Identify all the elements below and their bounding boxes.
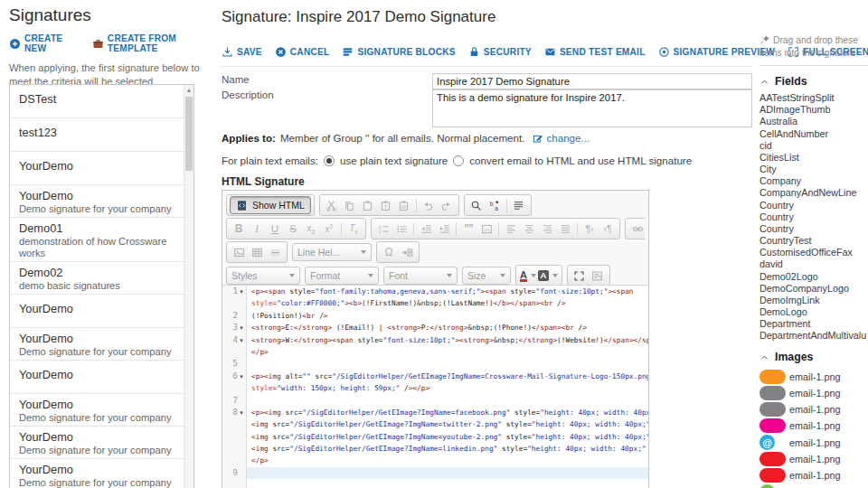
align-left-button[interactable] bbox=[502, 221, 520, 237]
field-item[interactable]: CellAndNumber bbox=[760, 128, 868, 140]
undo-button[interactable] bbox=[420, 197, 438, 213]
scroll-up-arrow[interactable]: ▲ bbox=[184, 85, 193, 96]
signatures-scrollbar[interactable]: ▲ bbox=[184, 85, 193, 488]
field-item[interactable]: Country bbox=[760, 223, 868, 235]
subscript-button[interactable]: x2 bbox=[302, 221, 320, 237]
select-all-button[interactable] bbox=[510, 197, 528, 213]
name-input[interactable] bbox=[432, 73, 752, 89]
dir-ltr-button[interactable]: ¶› bbox=[580, 221, 599, 237]
bg-color-button[interactable]: A bbox=[537, 267, 559, 284]
align-center-button[interactable] bbox=[520, 221, 538, 237]
paste-button[interactable] bbox=[359, 197, 377, 213]
signature-list-item[interactable]: YourDemo bbox=[10, 361, 184, 394]
signature-list-item[interactable]: Demo02demo basic signatures bbox=[10, 262, 184, 295]
dir-rtl-button[interactable]: ‹¶ bbox=[599, 221, 617, 237]
signature-list-item[interactable]: YourDemoDemo signature for your company bbox=[10, 394, 184, 427]
bulleted-list-button[interactable] bbox=[392, 221, 410, 237]
strike-button[interactable]: S bbox=[284, 221, 302, 237]
code-line[interactable]: 2(!Position!)<br /> bbox=[222, 310, 648, 322]
collapse-images-button[interactable] bbox=[760, 352, 769, 362]
field-item[interactable]: DemoImgLink bbox=[760, 295, 868, 306]
fields-section-header[interactable]: Fields bbox=[760, 75, 868, 88]
convert-html-radio[interactable] bbox=[453, 155, 464, 166]
code-line[interactable]: style="width: 150px; height: 59px;" /></… bbox=[222, 382, 648, 394]
create-new-button[interactable]: CREATE NEW bbox=[9, 33, 80, 53]
code-line[interactable]: </p> bbox=[222, 455, 648, 466]
change-link[interactable]: change... bbox=[533, 132, 590, 144]
code-fold-icon[interactable]: ▾ bbox=[238, 322, 245, 333]
find-button[interactable] bbox=[467, 197, 486, 213]
scrollbar-thumb[interactable] bbox=[185, 97, 193, 171]
field-item[interactable]: CompanyAndNewLine bbox=[760, 187, 868, 199]
signature-list-item[interactable]: YourDemoDemo signature for your company bbox=[10, 185, 184, 218]
format-dropdown[interactable]: Format bbox=[305, 267, 379, 285]
field-item[interactable]: DemoCompanyLogo bbox=[760, 283, 868, 295]
underline-button[interactable]: U bbox=[266, 221, 284, 237]
code-line[interactable]: <img src="/SigEditorHelper/GetEImage?Img… bbox=[222, 431, 648, 443]
field-item[interactable]: Country bbox=[760, 211, 868, 223]
code-line[interactable]: 5 bbox=[222, 358, 648, 370]
use-plain-text-radio[interactable] bbox=[324, 155, 335, 166]
indent-button[interactable] bbox=[435, 221, 453, 237]
insert-template-button[interactable] bbox=[398, 244, 416, 260]
field-item[interactable]: CustomisedOfficeFax bbox=[760, 247, 868, 258]
field-item[interactable]: Country bbox=[760, 200, 868, 211]
align-right-button[interactable] bbox=[538, 221, 556, 237]
table-button[interactable] bbox=[248, 244, 266, 260]
field-item[interactable]: CitiesList bbox=[760, 152, 868, 164]
images-section-header[interactable]: Images bbox=[760, 351, 868, 363]
blockquote-button[interactable]: ”” bbox=[459, 221, 477, 237]
image-button[interactable] bbox=[230, 244, 248, 260]
link-button[interactable] bbox=[628, 221, 645, 237]
horizontal-rule-button[interactable] bbox=[266, 244, 284, 260]
field-item[interactable]: Company bbox=[760, 175, 868, 187]
field-item[interactable]: DemoLogo bbox=[760, 306, 868, 318]
source-code-editor[interactable]: 1▾<p><span style="font-family:tahoma,gen… bbox=[222, 285, 648, 488]
image-item[interactable]: email-1.png bbox=[760, 467, 868, 483]
font-dropdown[interactable]: Font bbox=[383, 267, 458, 285]
justify-button[interactable] bbox=[556, 221, 574, 237]
image-item[interactable]: evernote.png bbox=[760, 484, 868, 488]
code-fold-icon[interactable]: ▾ bbox=[238, 334, 245, 346]
field-item[interactable]: City bbox=[760, 164, 868, 175]
cut-button[interactable] bbox=[323, 197, 341, 213]
image-item[interactable]: @email-1.png bbox=[760, 435, 868, 451]
code-line[interactable]: style="color:#FF0000;"><b>(!FirstName!)&… bbox=[222, 297, 648, 309]
special-char-button[interactable]: Ω bbox=[380, 244, 398, 260]
signature-list-item[interactable]: YourDemoDemo signature for your company bbox=[10, 328, 184, 361]
paste-text-button[interactable]: T bbox=[377, 197, 395, 213]
image-item[interactable]: email-1.png bbox=[760, 368, 868, 384]
size-dropdown[interactable]: Size bbox=[462, 267, 511, 285]
signature-list-item[interactable]: DSTest bbox=[10, 85, 184, 118]
line-height-dropdown[interactable]: Line Hei... bbox=[292, 243, 372, 261]
signature-list-item[interactable]: YourDemo bbox=[10, 295, 184, 328]
outdent-button[interactable] bbox=[417, 221, 435, 237]
code-line[interactable]: 7 bbox=[222, 395, 648, 407]
image-item[interactable]: email-1.png bbox=[760, 451, 868, 467]
code-line[interactable]: 1▾<p><span style="font-family:tahoma,gen… bbox=[222, 286, 648, 297]
copy-button[interactable] bbox=[341, 197, 359, 213]
field-item[interactable]: AATestStringSplit bbox=[760, 92, 868, 104]
field-item[interactable]: cid bbox=[760, 140, 868, 152]
security-button[interactable]: SECURITY bbox=[468, 46, 532, 58]
text-color-button[interactable]: A bbox=[519, 267, 537, 284]
signature-list-item[interactable]: YourDemoDemo signature for your company bbox=[10, 427, 184, 459]
image-item[interactable]: email-1.png bbox=[760, 401, 868, 418]
redo-button[interactable] bbox=[438, 197, 456, 213]
code-line[interactable]: 9 bbox=[222, 467, 648, 479]
code-line[interactable]: <img src="/SigEditorHelper/GetEImage?Img… bbox=[222, 418, 648, 430]
field-item[interactable]: DepartmentAndMultivalu bbox=[760, 330, 868, 342]
code-line[interactable]: </p> bbox=[222, 346, 648, 358]
show-html-button[interactable]: Show HTML bbox=[230, 196, 311, 214]
field-item[interactable]: Department bbox=[760, 318, 868, 330]
superscript-button[interactable]: x2 bbox=[320, 221, 338, 237]
code-line[interactable]: 8▾<p><img src="/SigEditorHelper/GetEImag… bbox=[222, 407, 648, 418]
cancel-button[interactable]: CANCEL bbox=[275, 46, 330, 58]
code-line[interactable]: 4▾<strong>W:</strong><span style="font-s… bbox=[222, 334, 648, 346]
paste-word-button[interactable]: W bbox=[395, 197, 413, 213]
field-item[interactable]: david bbox=[760, 258, 868, 270]
code-fold-icon[interactable]: ▾ bbox=[238, 371, 245, 382]
remove-format-button[interactable]: Tx bbox=[344, 221, 363, 237]
code-line[interactable]: 3▾<strong>E:</strong> (!Email!) | <stron… bbox=[222, 322, 648, 333]
signature-list-item[interactable]: Demo01demonstration of how Crossware wor… bbox=[10, 218, 184, 262]
